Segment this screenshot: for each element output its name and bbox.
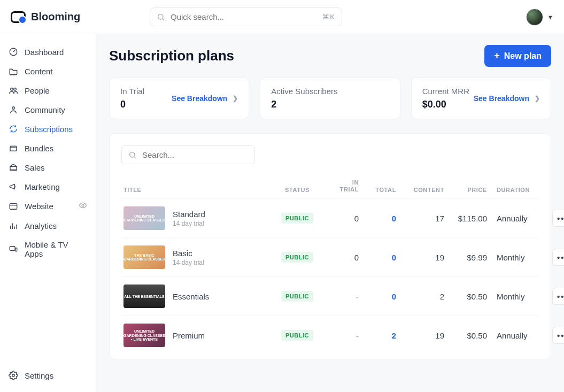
table-row[interactable]: UNLIMITED GARDENING CLASSES • LIVE EVENT…	[121, 316, 539, 355]
content-cell: 19	[396, 331, 444, 340]
see-breakdown-link[interactable]: See Breakdown ❯	[172, 94, 238, 103]
plan-thumbnail: UNLIMITED GARDENING CLASSES • LIVE EVENT…	[123, 324, 165, 347]
row-actions-button[interactable]: •••	[552, 210, 564, 227]
topbar: Blooming ⌘K ▼	[0, 0, 564, 34]
th-title: TITLE	[123, 187, 273, 193]
sidebar-item-subscriptions[interactable]: Subscriptions	[0, 120, 96, 138]
status-badge: PUBLIC	[281, 330, 313, 341]
plan-thumbnail: UNLIMITED GARDENING CLASSES	[123, 206, 165, 230]
plan-thumbnail: ALL THE ESSENTIALS	[123, 285, 165, 308]
sidebar-item-label: Community	[25, 105, 65, 114]
th-status: STATUS	[273, 187, 321, 193]
bank-icon	[9, 163, 18, 172]
plan-subtitle: 14 day trial	[173, 259, 204, 266]
sidebar-item-mobile-tv[interactable]: Mobile & TV Apps	[0, 236, 96, 263]
table-search[interactable]	[121, 145, 255, 164]
devices-icon	[9, 244, 18, 254]
svg-point-5	[12, 107, 15, 110]
plans-panel: TITLE STATUS IN TRIAL TOTAL CONTENT PRIC…	[109, 133, 551, 359]
sidebar-item-label: Bundles	[25, 144, 53, 153]
table-row[interactable]: THE BASIC GARDENING CLASSES Basic 14 day…	[121, 237, 539, 276]
svg-point-0	[158, 14, 163, 19]
gauge-icon	[9, 47, 18, 57]
status-cell: PUBLIC	[273, 252, 321, 263]
avatar[interactable]	[526, 9, 543, 26]
see-breakdown-label: See Breakdown	[474, 94, 529, 103]
th-total: TOTAL	[359, 187, 396, 193]
stat-label: Current MRR	[422, 87, 469, 96]
svg-rect-9	[10, 203, 17, 209]
title-cell: UNLIMITED GARDENING CLASSES • LIVE EVENT…	[123, 324, 273, 347]
title-cell: THE BASIC GARDENING CLASSES Basic 14 day…	[123, 245, 273, 269]
chart-icon	[9, 221, 18, 230]
sidebar-item-sales[interactable]: Sales	[0, 158, 96, 176]
duration-cell: Monthly	[487, 292, 546, 301]
chevron-right-icon: ❯	[535, 95, 540, 102]
quick-search-input[interactable]	[171, 12, 317, 21]
in-trial-cell: -	[321, 292, 359, 301]
brand[interactable]: Blooming	[11, 11, 150, 23]
stat-label: In Trial	[120, 87, 144, 96]
plus-icon: +	[494, 50, 500, 62]
svg-rect-16	[10, 247, 15, 251]
page-title: Subscription plans	[109, 48, 234, 64]
row-actions-button[interactable]: •••	[552, 249, 564, 266]
duration-cell: Annually	[487, 331, 546, 340]
sidebar-item-bundles[interactable]: Bundles	[0, 139, 96, 157]
stat-in-trial: In Trial 0 See Breakdown ❯	[109, 78, 249, 119]
sidebar-item-label: Dashboard	[25, 48, 64, 57]
th-in-trial: IN TRIAL	[321, 179, 359, 193]
table-search-input[interactable]	[142, 150, 248, 159]
stat-label: Active Subscribers	[271, 87, 337, 96]
svg-point-19	[130, 152, 135, 157]
total-cell[interactable]: 0	[359, 292, 396, 301]
title-cell: UNLIMITED GARDENING CLASSES Standard 14 …	[123, 206, 273, 230]
price-cell: $0.50	[444, 292, 487, 301]
th-content: CONTENT	[396, 187, 444, 193]
brand-logo-icon	[11, 11, 26, 23]
table-row[interactable]: UNLIMITED GARDENING CLASSES Standard 14 …	[121, 198, 539, 237]
price-cell: $115.00	[444, 214, 487, 223]
sidebar-item-people[interactable]: People	[0, 81, 96, 99]
quick-search[interactable]: ⌘K	[150, 7, 342, 26]
in-trial-cell: -	[321, 331, 359, 340]
user-menu-caret-icon[interactable]: ▼	[547, 14, 553, 20]
svg-point-4	[14, 88, 17, 91]
new-plan-button[interactable]: + New plan	[484, 45, 551, 67]
plan-title: Premium	[173, 331, 205, 340]
in-trial-cell: 0	[321, 253, 359, 262]
see-breakdown-link[interactable]: See Breakdown ❯	[474, 94, 540, 103]
content-cell: 17	[396, 214, 444, 223]
status-cell: PUBLIC	[273, 291, 321, 302]
svg-point-11	[82, 204, 84, 206]
stat-active-subscribers: Active Subscribers 2	[260, 78, 400, 119]
row-actions-button[interactable]: •••	[552, 288, 564, 305]
sidebar-item-content[interactable]: Content	[0, 62, 96, 80]
total-cell[interactable]: 0	[359, 214, 396, 223]
sidebar-item-community[interactable]: Community	[0, 101, 96, 119]
refresh-icon	[9, 124, 18, 134]
table-row[interactable]: ALL THE ESSENTIALS Essentials PUBLIC - 0…	[121, 276, 539, 316]
svg-line-1	[163, 19, 164, 20]
sidebar-item-settings[interactable]: Settings	[0, 365, 96, 386]
status-badge: PUBLIC	[281, 213, 313, 224]
status-badge: PUBLIC	[281, 291, 313, 302]
total-cell[interactable]: 2	[359, 331, 396, 340]
sidebar-item-website[interactable]: Website	[0, 197, 96, 216]
plan-thumbnail: THE BASIC GARDENING CLASSES	[123, 245, 165, 269]
see-breakdown-label: See Breakdown	[172, 94, 227, 103]
svg-point-3	[11, 88, 13, 91]
total-cell[interactable]: 0	[359, 253, 396, 262]
eye-icon[interactable]	[79, 201, 87, 211]
sidebar: Dashboard Content People Community Subsc…	[0, 34, 96, 392]
duration-cell: Monthly	[487, 253, 546, 262]
content-cell: 19	[396, 253, 444, 262]
gear-icon	[9, 371, 18, 380]
sidebar-item-dashboard[interactable]: Dashboard	[0, 43, 96, 61]
sidebar-item-label: Analytics	[25, 221, 57, 230]
status-cell: PUBLIC	[273, 330, 321, 341]
sidebar-item-marketing[interactable]: Marketing	[0, 178, 96, 196]
content-cell: 2	[396, 292, 444, 301]
row-actions-button[interactable]: •••	[552, 327, 564, 344]
sidebar-item-analytics[interactable]: Analytics	[0, 217, 96, 235]
